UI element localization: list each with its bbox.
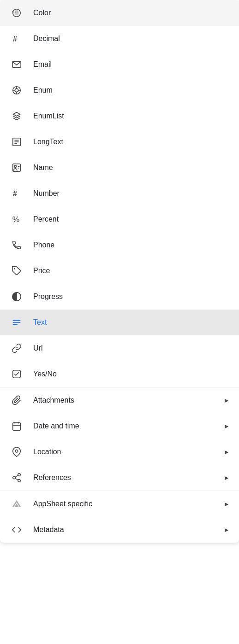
svg-rect-27 [13,423,21,431]
menu-item-email-label: Email [33,60,230,69]
email-icon [9,59,24,70]
section-basic: Color # Decimal Email [0,0,239,387]
menu-item-appsheet-specific-label: AppSheet specific [33,500,223,508]
menu-item-datetime[interactable]: Date and time ► [0,413,239,439]
svg-text:#: # [13,189,17,198]
menu-item-metadata-label: Metadata [33,526,223,534]
url-icon [9,343,24,353]
svg-point-31 [15,450,18,452]
menu-item-enumlist[interactable]: EnumList [0,103,239,129]
attachments-icon [9,395,24,405]
svg-text:%: % [12,215,19,224]
svg-point-32 [18,474,21,476]
svg-point-34 [18,480,21,482]
metadata-arrow-icon: ► [223,526,230,533]
menu-item-progress-label: Progress [33,293,230,301]
location-icon [9,447,24,457]
svg-point-1 [15,12,16,12]
menu-item-color-label: Color [33,9,230,17]
appsheet-specific-arrow-icon: ► [223,500,230,508]
menu-item-phone[interactable]: Phone [0,232,239,258]
price-icon [9,266,24,276]
datetime-icon [9,421,24,431]
menu-item-decimal[interactable]: # Decimal [0,26,239,52]
menu-item-attachments[interactable]: Attachments ► [0,387,239,413]
menu-item-url-label: Url [33,344,230,352]
menu-item-price-label: Price [33,267,230,275]
menu-item-enumlist-label: EnumList [33,112,230,120]
enum-icon [9,85,24,95]
menu-item-appsheet-specific[interactable]: AppSheet specific ► [0,491,239,517]
menu-item-references-label: References [33,474,223,482]
menu-item-number-label: Number [33,189,230,198]
menu-item-enum-label: Enum [33,86,230,94]
section-advanced: Attachments ► Date and time ► [0,387,239,491]
yesno-icon [9,369,24,379]
svg-line-36 [15,475,18,477]
number-icon: # [9,188,24,199]
menu-item-percent[interactable]: % Percent [0,206,239,232]
menu-item-email[interactable]: Email [0,52,239,77]
menu-item-longtext-label: LongText [33,138,230,146]
svg-point-2 [18,12,18,12]
menu-item-location[interactable]: Location ► [0,439,239,465]
name-icon [9,163,24,173]
svg-line-35 [15,478,18,480]
location-arrow-icon: ► [223,448,230,456]
menu-item-percent-label: Percent [33,215,230,223]
text-icon [9,317,24,328]
menu-item-longtext[interactable]: LongText [0,129,239,155]
progress-icon [9,292,24,302]
references-arrow-icon: ► [223,474,230,481]
menu-item-references[interactable]: References ► [0,465,239,491]
datetime-arrow-icon: ► [223,422,230,430]
section-appsheet: AppSheet specific ► Metadata ► [0,491,239,543]
menu-item-phone-label: Phone [33,241,230,249]
svg-point-16 [14,165,17,168]
menu-item-number[interactable]: # Number [0,181,239,206]
menu-item-datetime-label: Date and time [33,422,223,430]
menu-item-text-label: Text [33,318,230,327]
decimal-icon: # [9,34,24,44]
menu-container: Color # Decimal Email [0,0,239,543]
longtext-icon [9,137,24,147]
attachments-arrow-icon: ► [223,397,230,404]
phone-icon [9,240,24,250]
metadata-icon [9,525,24,535]
menu-item-yesno[interactable]: Yes/No [0,361,239,387]
menu-item-color[interactable]: Color [0,0,239,26]
menu-item-yesno-label: Yes/No [33,370,230,378]
color-icon [9,8,24,18]
svg-text:#: # [13,35,17,43]
menu-item-location-label: Location [33,448,223,456]
menu-item-attachments-label: Attachments [33,396,223,404]
svg-point-6 [15,88,18,92]
menu-item-decimal-label: Decimal [33,35,230,43]
svg-point-33 [13,476,16,479]
percent-icon: % [9,214,24,224]
menu-item-enum[interactable]: Enum [0,77,239,103]
menu-item-text[interactable]: Text [0,310,239,335]
menu-item-progress[interactable]: Progress [0,284,239,310]
menu-item-name-label: Name [33,164,230,172]
enumlist-icon [9,111,24,121]
menu-item-price[interactable]: Price [0,258,239,284]
menu-item-name[interactable]: Name [0,155,239,181]
references-icon [9,473,24,483]
menu-item-url[interactable]: Url [0,335,239,361]
menu-item-metadata[interactable]: Metadata ► [0,517,239,543]
appsheet-icon [9,499,24,509]
